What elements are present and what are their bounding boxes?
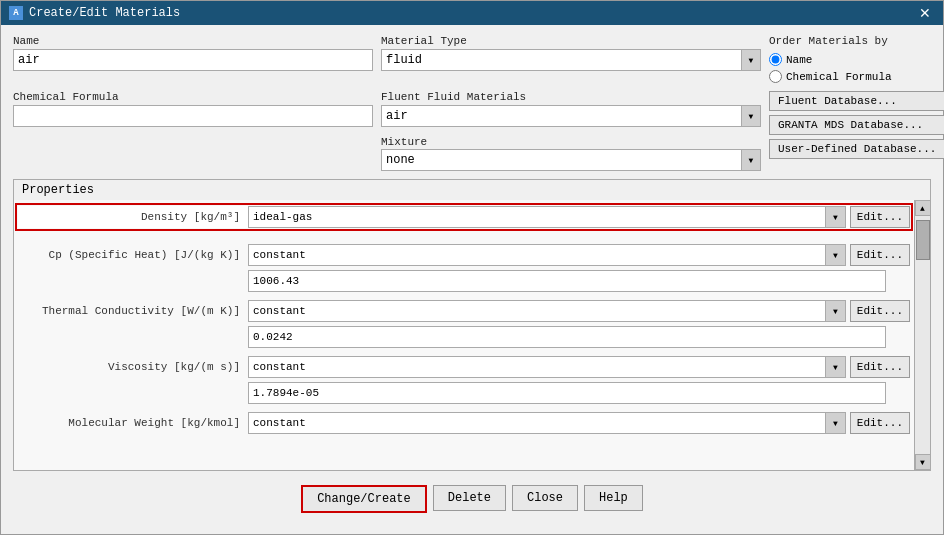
order-by-formula-radio[interactable] <box>769 70 782 83</box>
density-edit-button[interactable]: Edit... <box>850 206 910 228</box>
density-select-arrow: ▼ <box>826 206 846 228</box>
cp-edit-button[interactable]: Edit... <box>850 244 910 266</box>
mixture-label: Mixture <box>381 136 427 148</box>
fluent-database-button[interactable]: Fluent Database... <box>769 91 944 111</box>
order-by-name-radio[interactable] <box>769 53 782 66</box>
cp-select-wrapper: constant ▼ <box>248 244 846 266</box>
scrollbar-up-button[interactable]: ▲ <box>915 200 931 216</box>
name-input[interactable] <box>13 49 373 71</box>
viscosity-row: Viscosity [kg/(m s)] constant ▼ Edit... <box>18 356 910 378</box>
granta-database-button[interactable]: GRANTA MDS Database... <box>769 115 944 135</box>
order-by-name-label: Name <box>786 54 812 66</box>
app-icon: A <box>9 6 23 20</box>
molecular-weight-select-arrow: ▼ <box>826 412 846 434</box>
properties-content: Density [kg/m³] ideal-gas ▼ Edit... <box>14 200 930 470</box>
molecular-weight-method-select[interactable]: constant <box>248 412 826 434</box>
fluent-fluid-materials-label: Fluent Fluid Materials <box>381 91 761 103</box>
cp-value-input[interactable] <box>248 270 886 292</box>
material-type-wrapper: fluid ▼ <box>381 49 761 71</box>
create-edit-materials-dialog: A Create/Edit Materials ✕ Name Material … <box>0 0 944 535</box>
properties-section: Properties Density [kg/m³] ideal-gas ▼ E… <box>13 179 931 471</box>
bottom-buttons: Change/Create Delete Close Help <box>13 479 931 519</box>
material-type-label: Material Type <box>381 35 761 47</box>
cp-select-arrow: ▼ <box>826 244 846 266</box>
thermal-conductivity-row: Thermal Conductivity [W/(m K)] constant … <box>18 300 910 322</box>
viscosity-edit-button[interactable]: Edit... <box>850 356 910 378</box>
thermal-conductivity-value-input[interactable] <box>248 326 886 348</box>
density-label: Density [kg/m³] <box>18 211 248 223</box>
thermal-conductivity-select-arrow: ▼ <box>826 300 846 322</box>
middle-section: Chemical Formula Fluent Fluid Materials … <box>13 91 931 171</box>
viscosity-method-select[interactable]: constant <box>248 356 826 378</box>
properties-scrollbar: ▲ ▼ <box>914 200 930 470</box>
molecular-weight-row: Molecular Weight [kg/kmol] constant ▼ Ed… <box>18 412 910 434</box>
density-value-spacer <box>18 232 910 244</box>
order-materials-section: Order Materials by Name Chemical Formula <box>769 35 931 83</box>
mixture-wrapper: none ▼ <box>381 149 761 171</box>
density-select-wrapper: ideal-gas ▼ <box>248 206 846 228</box>
molecular-weight-edit-button[interactable]: Edit... <box>850 412 910 434</box>
title-bar: A Create/Edit Materials ✕ <box>1 1 943 25</box>
thermal-conductivity-value-row <box>18 326 910 348</box>
chemical-formula-group: Chemical Formula <box>13 91 373 171</box>
density-row: Density [kg/m³] ideal-gas ▼ Edit... <box>18 206 910 228</box>
database-buttons: Fluent Database... GRANTA MDS Database..… <box>769 91 944 171</box>
viscosity-select-arrow: ▼ <box>826 356 846 378</box>
mixture-group: Mixture none ▼ <box>381 135 761 171</box>
material-type-group: Material Type fluid ▼ <box>381 35 761 83</box>
change-create-button[interactable]: Change/Create <box>301 485 427 513</box>
user-defined-database-button[interactable]: User-Defined Database... <box>769 139 944 159</box>
cp-method-select[interactable]: constant <box>248 244 826 266</box>
viscosity-value-input[interactable] <box>248 382 886 404</box>
cp-value-row <box>18 270 910 292</box>
density-method-select[interactable]: ideal-gas <box>248 206 826 228</box>
name-group: Name <box>13 35 373 83</box>
properties-header: Properties <box>14 180 930 200</box>
chemical-formula-label: Chemical Formula <box>13 91 373 103</box>
fluent-fluid-materials-group: Fluent Fluid Materials air ▼ Mixture non… <box>381 91 761 171</box>
viscosity-value-row <box>18 382 910 404</box>
dialog-title: Create/Edit Materials <box>29 6 180 20</box>
thermal-conductivity-label: Thermal Conductivity [W/(m K)] <box>18 305 248 317</box>
close-button[interactable]: Close <box>512 485 578 511</box>
fluent-fluid-materials-wrapper: air ▼ <box>381 105 761 127</box>
delete-button[interactable]: Delete <box>433 485 506 511</box>
viscosity-select-wrapper: constant ▼ <box>248 356 846 378</box>
thermal-conductivity-method-select[interactable]: constant <box>248 300 826 322</box>
top-section: Name Material Type fluid ▼ Order Materia… <box>13 35 931 83</box>
order-by-formula-label: Chemical Formula <box>786 71 892 83</box>
fluent-fluid-materials-select[interactable]: air <box>381 105 761 127</box>
scrollbar-down-button[interactable]: ▼ <box>915 454 931 470</box>
order-materials-label: Order Materials by <box>769 35 931 47</box>
material-type-select[interactable]: fluid <box>381 49 761 71</box>
viscosity-label: Viscosity [kg/(m s)] <box>18 361 248 373</box>
scrollbar-thumb[interactable] <box>916 220 930 260</box>
cp-label: Cp (Specific Heat) [J/(kg K)] <box>18 249 248 261</box>
molecular-weight-label: Molecular Weight [kg/kmol] <box>18 417 248 429</box>
order-by-formula-row[interactable]: Chemical Formula <box>769 70 931 83</box>
chemical-formula-input[interactable] <box>13 105 373 127</box>
properties-table: Density [kg/m³] ideal-gas ▼ Edit... <box>14 200 914 470</box>
name-label: Name <box>13 35 373 47</box>
cp-row: Cp (Specific Heat) [J/(kg K)] constant ▼… <box>18 244 910 266</box>
close-dialog-button[interactable]: ✕ <box>915 6 935 20</box>
molecular-weight-select-wrapper: constant ▼ <box>248 412 846 434</box>
thermal-conductivity-select-wrapper: constant ▼ <box>248 300 846 322</box>
help-button[interactable]: Help <box>584 485 643 511</box>
dialog-content: Name Material Type fluid ▼ Order Materia… <box>1 25 943 529</box>
thermal-conductivity-edit-button[interactable]: Edit... <box>850 300 910 322</box>
title-bar-left: A Create/Edit Materials <box>9 6 180 20</box>
order-by-name-row[interactable]: Name <box>769 53 931 66</box>
mixture-select[interactable]: none <box>381 149 761 171</box>
